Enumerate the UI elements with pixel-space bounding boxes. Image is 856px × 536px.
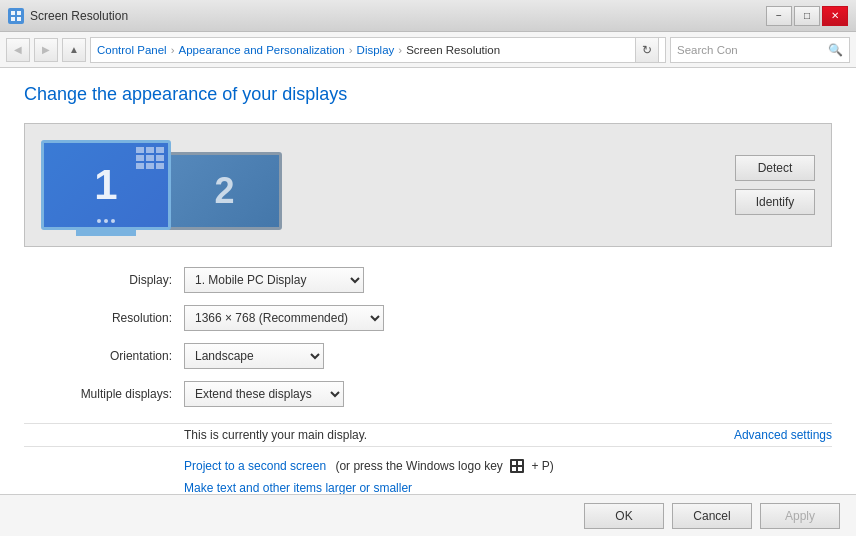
- breadcrumb-ap[interactable]: Appearance and Personalization: [179, 44, 345, 56]
- status-row: This is currently your main display. Adv…: [24, 423, 832, 447]
- display-select[interactable]: 1. Mobile PC Display 2. Generic Monitor: [184, 267, 364, 293]
- status-text: This is currently your main display.: [184, 428, 367, 442]
- advanced-settings-link[interactable]: Advanced settings: [734, 428, 832, 442]
- app-icon: [8, 8, 24, 24]
- resolution-select[interactable]: 1366 × 768 (Recommended) 1280 × 720 1024…: [184, 305, 384, 331]
- monitor-1-screen: 1: [41, 140, 171, 230]
- displays-container: 1 2: [41, 140, 282, 230]
- display-preview-area: 1 2 Detect Identify: [24, 123, 832, 247]
- search-icon[interactable]: 🔍: [828, 43, 843, 57]
- svg-rect-11: [146, 163, 154, 169]
- maximize-button[interactable]: □: [794, 6, 820, 26]
- svg-rect-3: [17, 17, 21, 21]
- page-title: Change the appearance of your displays: [24, 84, 832, 105]
- apply-button[interactable]: Apply: [760, 503, 840, 529]
- window-title: Screen Resolution: [30, 9, 128, 23]
- orientation-row: Orientation: Landscape Portrait Landscap…: [24, 343, 832, 369]
- display-label: Display:: [24, 273, 184, 287]
- close-button[interactable]: ✕: [822, 6, 848, 26]
- up-button[interactable]: ▲: [62, 38, 86, 62]
- monitor-stand: [76, 230, 136, 236]
- bottom-bar: OK Cancel Apply: [0, 494, 856, 536]
- cancel-button[interactable]: Cancel: [672, 503, 752, 529]
- monitor-2[interactable]: 2: [171, 152, 282, 230]
- forward-button[interactable]: ▶: [34, 38, 58, 62]
- monitor-dots: [97, 219, 115, 223]
- orientation-select[interactable]: Landscape Portrait Landscape (flipped) P…: [184, 343, 324, 369]
- monitor-2-number: 2: [214, 170, 234, 212]
- settings-form: Display: 1. Mobile PC Display 2. Generic…: [24, 267, 832, 407]
- multiple-displays-select[interactable]: Duplicate these displays Extend these di…: [184, 381, 344, 407]
- search-bar: 🔍: [670, 37, 850, 63]
- svg-rect-2: [11, 17, 15, 21]
- nav-bar: ◀ ▶ ▲ Control Panel › Appearance and Per…: [0, 32, 856, 68]
- refresh-button[interactable]: ↻: [635, 37, 659, 63]
- display-row: Display: 1. Mobile PC Display 2. Generic…: [24, 267, 832, 293]
- window-controls: − □ ✕: [766, 6, 848, 26]
- svg-rect-14: [518, 461, 522, 465]
- windows-key-icon: [510, 459, 524, 473]
- svg-rect-7: [136, 155, 144, 161]
- svg-rect-12: [156, 163, 164, 169]
- resolution-label: Resolution:: [24, 311, 184, 325]
- breadcrumb-cp[interactable]: Control Panel: [97, 44, 167, 56]
- svg-rect-0: [11, 11, 15, 15]
- search-input[interactable]: [677, 44, 828, 56]
- resolution-row: Resolution: 1366 × 768 (Recommended) 128…: [24, 305, 832, 331]
- grid-icon: [136, 147, 164, 169]
- project-link-row: Project to a second screen (or press the…: [184, 459, 832, 473]
- links-section: Project to a second screen (or press the…: [184, 459, 832, 494]
- svg-rect-6: [156, 147, 164, 153]
- svg-rect-13: [512, 461, 516, 465]
- svg-rect-16: [518, 467, 522, 471]
- orientation-label: Orientation:: [24, 349, 184, 363]
- svg-rect-5: [146, 147, 154, 153]
- breadcrumb: Control Panel › Appearance and Personali…: [90, 37, 666, 63]
- breadcrumb-current: Screen Resolution: [406, 44, 500, 56]
- identify-button[interactable]: Identify: [735, 189, 815, 215]
- project-to-second-screen-link[interactable]: Project to a second screen: [184, 459, 326, 473]
- breadcrumb-display[interactable]: Display: [357, 44, 395, 56]
- monitor-1[interactable]: 1: [41, 140, 171, 230]
- ok-button[interactable]: OK: [584, 503, 664, 529]
- multiple-displays-label: Multiple displays:: [24, 387, 184, 401]
- detect-button[interactable]: Detect: [735, 155, 815, 181]
- svg-rect-1: [17, 11, 21, 15]
- monitor-2-screen: 2: [167, 152, 282, 230]
- svg-rect-4: [136, 147, 144, 153]
- svg-rect-8: [146, 155, 154, 161]
- minimize-button[interactable]: −: [766, 6, 792, 26]
- project-suffix: (or press the Windows logo key: [332, 459, 506, 473]
- title-bar: Screen Resolution − □ ✕: [0, 0, 856, 32]
- svg-rect-15: [512, 467, 516, 471]
- svg-rect-9: [156, 155, 164, 161]
- multiple-displays-row: Multiple displays: Duplicate these displ…: [24, 381, 832, 407]
- detect-identify-section: Detect Identify: [735, 155, 815, 215]
- main-content: Change the appearance of your displays: [0, 68, 856, 494]
- monitor-1-number: 1: [94, 161, 117, 209]
- project-suffix2: + P): [528, 459, 554, 473]
- make-text-larger-link[interactable]: Make text and other items larger or smal…: [184, 481, 832, 494]
- svg-rect-10: [136, 163, 144, 169]
- back-button[interactable]: ◀: [6, 38, 30, 62]
